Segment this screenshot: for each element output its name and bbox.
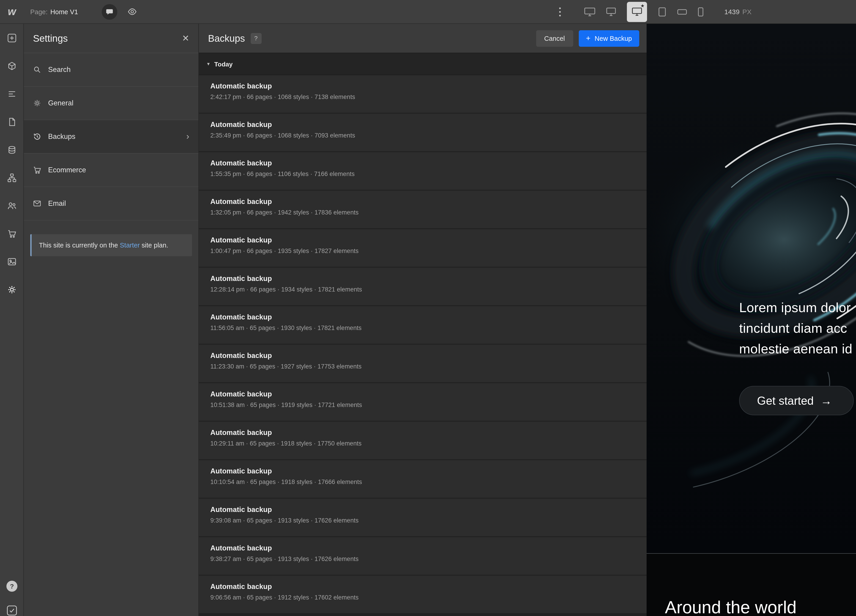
get-started-button[interactable]: Get started → — [739, 386, 853, 415]
settings-header: Settings ✕ — [24, 24, 199, 53]
settings-gear-icon[interactable] — [7, 285, 16, 294]
preview-eye-icon[interactable] — [128, 7, 137, 17]
cart-icon — [33, 166, 41, 174]
breakpoint-bar: ★ — [584, 2, 703, 22]
settings-item-general[interactable]: General — [24, 86, 199, 120]
canvas-width-indicator[interactable]: 1439PX — [724, 8, 751, 15]
audit-item[interactable] — [0, 605, 24, 616]
help-icon[interactable]: ? — [6, 581, 17, 592]
hero-line-1: Lorem ipsum dolor — [739, 297, 852, 318]
backup-row-meta: 11:23:30 am · 65 pages · 1927 styles · 1… — [210, 363, 636, 370]
page-name[interactable]: Home V1 — [51, 8, 78, 15]
backup-row-title: Automatic backup — [210, 82, 636, 90]
backup-row-title: Automatic backup — [210, 582, 636, 591]
settings-item-search[interactable]: Search — [24, 53, 199, 86]
pages-icon[interactable] — [7, 117, 16, 126]
help-item[interactable]: ? — [0, 581, 24, 592]
site-canvas[interactable]: Lorem ipsum dolor tincidunt diam acc mol… — [647, 24, 856, 616]
backup-row-title: Automatic backup — [210, 120, 636, 129]
backup-row[interactable]: Automatic backup 2:42:17 pm · 66 pages ·… — [199, 75, 647, 114]
plan-link[interactable]: Starter — [120, 242, 140, 249]
breakpoint-phone-portrait-icon[interactable] — [698, 7, 703, 16]
backup-row-meta: 2:42:17 pm · 66 pages · 1068 styles · 71… — [210, 94, 636, 100]
logic-icon[interactable] — [7, 173, 16, 182]
backup-row-meta: 9:39:08 am · 65 pages · 1913 styles · 17… — [210, 517, 636, 524]
backup-row-title: Automatic backup — [210, 274, 636, 283]
backup-row[interactable]: Automatic backup 9:06:56 am · 65 pages ·… — [199, 576, 647, 614]
backup-row[interactable]: Automatic backup 12:28:14 pm · 66 pages … — [199, 268, 647, 306]
cms-icon[interactable] — [7, 145, 16, 154]
kebab-menu-icon[interactable] — [554, 4, 566, 20]
settings-item-label: Ecommerce — [48, 166, 86, 174]
settings-item-label: Search — [48, 66, 71, 74]
backup-group-label: Today — [214, 60, 232, 68]
settings-item-email[interactable]: Email — [24, 187, 199, 220]
search-icon — [33, 66, 41, 74]
backup-row[interactable]: Automatic backup 1:55:35 pm · 66 pages ·… — [199, 152, 647, 191]
canvas-width-value: 1439 — [724, 8, 740, 15]
top-bar: w Page: Home V1 — [0, 0, 856, 24]
backup-row-meta: 1:32:05 pm · 66 pages · 1942 styles · 17… — [210, 209, 636, 216]
lower-section: Around the world — [647, 554, 856, 616]
breakpoint-phone-landscape-icon[interactable] — [677, 7, 687, 16]
partial-heading: Around the world — [665, 598, 797, 616]
breakpoint-desktop-large-icon[interactable] — [584, 7, 595, 16]
plan-note-text-after: site plan. — [140, 242, 168, 249]
breakpoint-desktop-icon[interactable] — [606, 7, 616, 16]
backup-row-meta: 10:29:11 am · 65 pages · 1918 styles · 1… — [210, 440, 636, 447]
close-icon[interactable]: ✕ — [182, 34, 189, 43]
plus-icon: + — [586, 34, 590, 42]
backup-row-meta: 10:10:54 am · 65 pages · 1918 styles · 1… — [210, 479, 636, 485]
backup-row-title: Automatic backup — [210, 428, 636, 437]
cancel-button[interactable]: Cancel — [536, 30, 573, 46]
backup-list: Automatic backup 2:42:17 pm · 66 pages ·… — [199, 75, 647, 616]
backup-row-meta: 2:35:49 pm · 66 pages · 1068 styles · 70… — [210, 132, 636, 139]
plan-note-text: This site is currently on the — [39, 242, 120, 249]
backup-row[interactable]: Automatic backup 10:51:38 am · 65 pages … — [199, 383, 647, 422]
hero-heading: Lorem ipsum dolor tincidunt diam acc mol… — [739, 297, 852, 359]
backup-row-title: Automatic backup — [210, 505, 636, 514]
backup-row-title: Automatic backup — [210, 236, 636, 244]
audit-check-icon[interactable] — [6, 605, 17, 616]
new-backup-button[interactable]: + New Backup — [579, 30, 639, 46]
comment-icon[interactable] — [102, 4, 117, 20]
breakpoint-desktop-starred-icon[interactable]: ★ — [627, 2, 647, 22]
backup-row[interactable]: Automatic backup 11:23:30 am · 65 pages … — [199, 345, 647, 383]
assets-icon[interactable] — [7, 257, 16, 266]
webflow-logo[interactable]: w — [0, 0, 24, 24]
help-badge-icon[interactable]: ? — [251, 33, 262, 44]
backup-group-header[interactable]: ▾ Today — [199, 53, 647, 75]
backup-row-meta: 10:51:38 am · 65 pages · 1919 styles · 1… — [210, 402, 636, 408]
webflow-designer: w Page: Home V1 — [0, 0, 856, 616]
backup-row[interactable]: Automatic backup 9:39:08 am · 65 pages ·… — [199, 499, 647, 537]
backup-row[interactable]: Automatic backup 1:32:05 pm · 66 pages ·… — [199, 191, 647, 229]
backup-row-title: Automatic backup — [210, 197, 636, 206]
backup-row[interactable]: Automatic backup 1:00:47 pm · 66 pages ·… — [199, 229, 647, 268]
breakpoint-tablet-icon[interactable] — [658, 7, 666, 16]
backup-row[interactable]: Automatic backup 10:10:54 am · 65 pages … — [199, 460, 647, 499]
history-icon — [33, 132, 41, 141]
backup-row-title: Automatic backup — [210, 467, 636, 475]
page-label: Page: — [30, 8, 48, 15]
backup-row[interactable]: Automatic backup 10:29:11 am · 65 pages … — [199, 422, 647, 460]
arrow-right-icon: → — [821, 394, 832, 407]
navigator-icon[interactable] — [7, 89, 16, 99]
backup-row-meta: 12:28:14 pm · 66 pages · 1934 styles · 1… — [210, 286, 636, 293]
backup-row[interactable]: Automatic backup 11:56:05 am · 65 pages … — [199, 306, 647, 345]
chevron-down-icon: ▾ — [207, 61, 209, 67]
chevron-right-icon: › — [186, 131, 189, 142]
backup-row-meta: 9:06:56 am · 65 pages · 1912 styles · 17… — [210, 594, 636, 601]
users-icon[interactable] — [7, 201, 16, 210]
ecommerce-icon[interactable] — [7, 229, 16, 238]
hero-abstract-art — [647, 24, 856, 553]
settings-panel: Settings ✕ Search General Backups › — [24, 24, 199, 616]
settings-item-ecommerce[interactable]: Ecommerce — [24, 154, 199, 187]
hero-line-3: molestie aenean id — [739, 339, 852, 359]
backup-row[interactable]: Automatic backup 2:35:49 pm · 66 pages ·… — [199, 114, 647, 152]
settings-item-backups[interactable]: Backups › — [24, 120, 199, 154]
backup-row-title: Automatic backup — [210, 544, 636, 552]
star-icon: ★ — [640, 3, 645, 8]
add-icon[interactable] — [7, 34, 16, 43]
backup-row[interactable]: Automatic backup 9:38:27 am · 65 pages ·… — [199, 537, 647, 576]
components-icon[interactable] — [7, 62, 16, 71]
